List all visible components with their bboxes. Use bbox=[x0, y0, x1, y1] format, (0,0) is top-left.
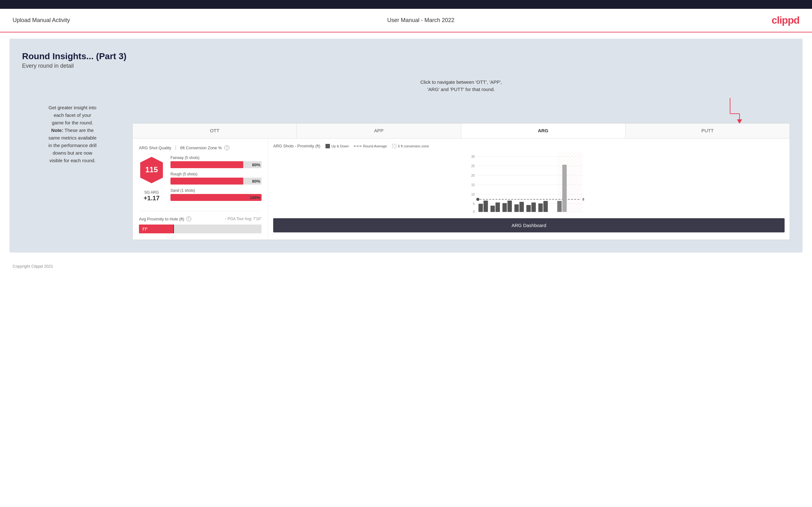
chart-area: 30 25 20 15 10 5 0 bbox=[273, 152, 784, 215]
svg-text:20: 20 bbox=[471, 174, 475, 177]
svg-rect-30 bbox=[515, 204, 519, 212]
copyright-label: Copyright Clippd 2021 bbox=[13, 264, 53, 269]
chart-header: ARG Shots - Proximity (ft) Up & Down Rou… bbox=[273, 144, 784, 148]
svg-rect-27 bbox=[496, 203, 500, 212]
bar-row-rough: Rough (5 shots) 80% bbox=[170, 172, 261, 184]
bar-fill-sand bbox=[170, 194, 261, 201]
svg-rect-32 bbox=[526, 205, 531, 212]
bars-area: Fairway (5 shots) 80% Rough (5 shots) bbox=[170, 156, 261, 205]
annotation: Click to navigate between 'OTT', 'APP', … bbox=[420, 79, 502, 93]
svg-rect-24 bbox=[478, 204, 483, 212]
proximity-help-icon[interactable]: ? bbox=[186, 216, 191, 221]
top-bar bbox=[0, 0, 812, 9]
hexagon-value: 115 bbox=[145, 165, 158, 174]
proximity-marker bbox=[173, 225, 174, 233]
logo: clippd bbox=[772, 14, 799, 26]
tab-arg[interactable]: ARG bbox=[461, 123, 625, 138]
svg-rect-33 bbox=[531, 203, 536, 212]
upload-label: Upload Manual Activity bbox=[13, 17, 70, 23]
proximity-label: Avg Proximity to Hole (ft) ? bbox=[139, 216, 191, 221]
svg-point-22 bbox=[476, 198, 479, 201]
svg-rect-34 bbox=[539, 204, 543, 212]
proximity-bar-fill: 77' bbox=[139, 225, 173, 233]
bar-fill-rough bbox=[170, 178, 243, 184]
bar-row-fairway: Fairway (5 shots) 80% bbox=[170, 156, 261, 168]
svg-rect-29 bbox=[508, 201, 512, 212]
svg-text:30: 30 bbox=[471, 155, 475, 158]
bar-track-rough: 80% bbox=[170, 178, 261, 184]
footer: Copyright Clippd 2021 bbox=[0, 259, 812, 274]
svg-text:8: 8 bbox=[582, 198, 585, 201]
section-header: ARG Shot Quality | 6ft Conversion Zone %… bbox=[139, 145, 261, 151]
insight-text: Get greater insight into each facet of y… bbox=[22, 104, 123, 164]
help-icon[interactable]: ? bbox=[224, 145, 230, 150]
conversion-zone-label: 6ft Conversion Zone % bbox=[180, 146, 222, 150]
page-title: Round Insights... (Part 3) bbox=[22, 51, 790, 61]
legend-up-down: Up & Down bbox=[325, 144, 349, 148]
legend-dashed-icon bbox=[354, 146, 361, 147]
svg-rect-26 bbox=[491, 206, 495, 212]
proximity-cursor bbox=[173, 225, 174, 233]
sg-value: +1.17 bbox=[144, 194, 160, 202]
tabs-container: OTT APP ARG PUTT bbox=[133, 123, 790, 138]
chart-title: ARG Shots - Proximity (ft) bbox=[273, 144, 320, 148]
tab-ott[interactable]: OTT bbox=[133, 123, 297, 138]
bar-track-fairway: 80% bbox=[170, 161, 261, 168]
arg-dashboard-button[interactable]: ARG Dashboard bbox=[273, 218, 784, 232]
proximity-section: Avg Proximity to Hole (ft) ? ↑ PGA Tour … bbox=[139, 211, 261, 233]
arg-shot-quality-label: ARG Shot Quality bbox=[139, 146, 171, 150]
svg-rect-36 bbox=[557, 201, 562, 212]
main-content: Round Insights... (Part 3) Every round i… bbox=[9, 39, 803, 252]
header: Upload Manual Activity User Manual - Mar… bbox=[0, 9, 812, 33]
pga-avg-label: ↑ PGA Tour Avg: 7'10" bbox=[225, 217, 261, 221]
left-panel: Get greater insight into each facet of y… bbox=[22, 79, 123, 240]
svg-text:15: 15 bbox=[471, 183, 475, 187]
hexagon-area: 115 SG ARG +1.17 Fairway (5 shots) bbox=[139, 156, 261, 205]
tab-putt[interactable]: PUTT bbox=[625, 123, 790, 138]
svg-marker-3 bbox=[737, 119, 742, 123]
right-panel: Click to navigate between 'OTT', 'APP', … bbox=[132, 79, 790, 240]
main-card: OTT APP ARG PUTT ARG Shot Quality | 6ft … bbox=[132, 123, 790, 240]
legend-hatched-icon bbox=[392, 144, 396, 148]
legend-box-icon bbox=[325, 144, 330, 148]
hexagon: 115 bbox=[139, 156, 164, 184]
proximity-bar: 77' bbox=[139, 225, 261, 233]
svg-text:0: 0 bbox=[473, 210, 475, 214]
legend-6ft: 6 ft conversion zone bbox=[392, 144, 429, 148]
chart-svg: 30 25 20 15 10 5 0 bbox=[273, 152, 784, 215]
svg-text:10: 10 bbox=[471, 193, 475, 196]
annotation-arrow bbox=[727, 98, 746, 123]
svg-rect-25 bbox=[484, 201, 488, 212]
bar-row-sand: Sand (1 shots) 100% bbox=[170, 188, 261, 201]
svg-rect-31 bbox=[520, 202, 524, 212]
bar-track-sand: 100% bbox=[170, 194, 261, 201]
svg-text:25: 25 bbox=[471, 164, 475, 168]
bar-fill-fairway bbox=[170, 161, 243, 168]
insight-note: Note: bbox=[51, 127, 63, 133]
left-section: ARG Shot Quality | 6ft Conversion Zone %… bbox=[133, 138, 268, 240]
legend-round-avg: Round Average bbox=[354, 144, 387, 148]
svg-rect-28 bbox=[503, 203, 507, 212]
card-body: ARG Shot Quality | 6ft Conversion Zone %… bbox=[133, 138, 790, 240]
svg-rect-37 bbox=[562, 165, 567, 212]
tab-app[interactable]: APP bbox=[297, 123, 461, 138]
svg-text:5: 5 bbox=[473, 202, 475, 206]
content-layout: Get greater insight into each facet of y… bbox=[22, 79, 790, 240]
right-section: ARG Shots - Proximity (ft) Up & Down Rou… bbox=[268, 138, 790, 240]
page-subtitle: Every round in detail bbox=[22, 63, 790, 69]
proximity-header: Avg Proximity to Hole (ft) ? ↑ PGA Tour … bbox=[139, 216, 261, 221]
manual-label: User Manual - March 2022 bbox=[387, 17, 454, 23]
svg-rect-35 bbox=[544, 201, 548, 212]
arrow-annotation bbox=[132, 98, 790, 123]
hexagon-wrapper: 115 SG ARG +1.17 bbox=[139, 156, 164, 202]
sg-label: SG ARG bbox=[144, 190, 159, 194]
